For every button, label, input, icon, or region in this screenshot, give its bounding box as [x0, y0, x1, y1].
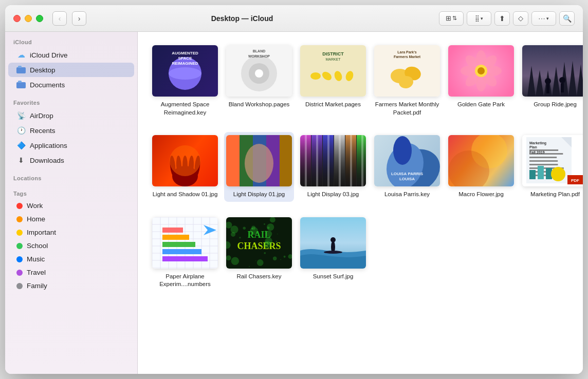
file-item-bland[interactable]: Bland Workshop.pages: [224, 42, 294, 120]
file-thumb-lightdisplay1: [226, 135, 292, 186]
file-thumb-bland: [226, 45, 292, 97]
file-item-goldengate[interactable]: Golden Gate Park: [446, 42, 516, 120]
file-name-farmers: Farmers Market Monthly Packet.pdf: [374, 101, 440, 117]
music-label: Music: [27, 255, 45, 263]
file-thumb-marketing: [522, 135, 583, 186]
airdrop-label: AirDrop: [30, 112, 53, 120]
gallery-view-button[interactable]: ⣿ ▾: [467, 11, 491, 26]
file-thumb-sunsetsurf: [300, 217, 366, 269]
file-name-goldengate: Golden Gate Park: [457, 101, 505, 109]
icloud-section-header: iCloud: [5, 32, 137, 47]
file-name-louisa: Louisa Parris.key: [384, 191, 430, 199]
work-label: Work: [27, 202, 43, 210]
svg-rect-1: [18, 66, 22, 68]
svg-rect-2: [16, 82, 26, 88]
sidebar-item-airdrop[interactable]: 📡 AirDrop: [8, 108, 134, 123]
file-item-groupride[interactable]: Group Ride.jpeg: [520, 42, 583, 120]
sidebar-tag-home[interactable]: Home: [8, 213, 134, 225]
file-thumb-lightdisplay3: [300, 135, 366, 186]
school-label: School: [27, 242, 48, 250]
file-name-district: District Market.pages: [305, 101, 361, 109]
icloud-drive-label: iCloud Drive: [30, 51, 68, 59]
sidebar-item-downloads[interactable]: ⬇ Downloads: [8, 153, 134, 167]
file-thumb-district: [300, 45, 366, 97]
titlebar: ‹ › Desktop — iCloud ⊞ ⇅ ⣿ ▾ ⬆ ◇ ··· ▾: [5, 5, 583, 32]
tag-icon: ◇: [518, 14, 523, 22]
share-button[interactable]: ⬆: [494, 11, 510, 26]
sidebar: iCloud ☁ iCloud Drive Desktop: [5, 32, 138, 374]
tag-button[interactable]: ◇: [513, 11, 528, 26]
gallery-dropdown-icon: ▾: [481, 16, 483, 21]
family-label: Family: [27, 282, 47, 290]
file-name-paperairplane: Paper Airplane Experim....numbers: [152, 273, 218, 289]
travel-dot: [16, 270, 23, 276]
share-icon: ⬆: [499, 14, 505, 23]
file-name-sunsetsurf: Sunset Surf.jpg: [313, 273, 354, 281]
minimize-button[interactable]: [25, 15, 32, 22]
file-item-lightdisplay1[interactable]: Light Display 01.jpg: [224, 132, 294, 202]
applications-icon: 🔷: [16, 141, 26, 150]
file-item-railchasers[interactable]: Rail Chasers.key: [224, 214, 294, 292]
view-toggle-button[interactable]: ⊞ ⇅: [439, 11, 464, 26]
locations-section-header: Locations: [5, 168, 137, 183]
home-label: Home: [27, 215, 45, 223]
file-item-farmers[interactable]: Farmers Market Monthly Packet.pdf: [372, 42, 442, 120]
file-item-lightshadow[interactable]: Light and Shadow 01.jpg: [150, 132, 220, 202]
file-item-lightdisplay3[interactable]: Light Display 03.jpg: [298, 132, 368, 202]
sidebar-tag-travel[interactable]: Travel: [8, 266, 134, 279]
search-icon: 🔍: [563, 14, 572, 23]
file-thumb-augmented: [152, 45, 218, 97]
sidebar-item-desktop[interactable]: Desktop: [8, 63, 134, 77]
close-button[interactable]: [13, 15, 21, 22]
icloud-drive-icon: ☁: [16, 50, 26, 60]
file-name-bland: Bland Workshop.pages: [229, 101, 290, 109]
school-dot: [16, 243, 23, 249]
file-item-district[interactable]: District Market.pages: [298, 42, 368, 120]
recents-label: Recents: [30, 127, 56, 135]
file-thumb-louisa: [374, 135, 440, 186]
sidebar-item-documents[interactable]: Documents: [8, 78, 134, 92]
file-name-lightdisplay1: Light Display 01.jpg: [233, 191, 285, 199]
search-button[interactable]: 🔍: [559, 11, 575, 26]
sidebar-item-applications[interactable]: 🔷 Applications: [8, 138, 134, 153]
important-label: Important: [27, 229, 56, 236]
file-grid: Augmented Space Reimagined.key Bland Wor…: [150, 42, 571, 292]
file-thumb-farmers: [374, 45, 440, 97]
maximize-button[interactable]: [36, 15, 43, 22]
file-thumb-macroflower: [448, 135, 514, 186]
family-dot: [16, 283, 23, 289]
sidebar-tag-school[interactable]: School: [8, 239, 134, 252]
file-name-lightdisplay3: Light Display 03.jpg: [307, 191, 359, 199]
more-dropdown-icon: ▾: [546, 16, 549, 21]
sidebar-tag-important[interactable]: Important: [8, 226, 134, 239]
file-item-marketing[interactable]: Marketing Plan.pdf: [520, 132, 583, 202]
sidebar-item-recents[interactable]: 🕐 Recents: [8, 123, 134, 138]
sidebar-tag-work[interactable]: Work: [8, 199, 134, 212]
airdrop-icon: 📡: [16, 111, 26, 120]
file-name-augmented: Augmented Space Reimagined.key: [152, 101, 218, 117]
file-item-augmented[interactable]: Augmented Space Reimagined.key: [150, 42, 220, 120]
tags-section-header: Tags: [5, 183, 137, 199]
file-item-louisa[interactable]: Louisa Parris.key: [372, 132, 442, 202]
work-dot: [16, 203, 23, 209]
documents-label: Documents: [30, 81, 65, 89]
downloads-icon: ⬇: [16, 156, 26, 165]
content-area: iCloud ☁ iCloud Drive Desktop: [5, 32, 583, 374]
sidebar-tag-music[interactable]: Music: [8, 253, 134, 266]
file-thumb-groupride: [522, 45, 583, 97]
home-dot: [16, 216, 23, 222]
file-item-sunsetsurf[interactable]: Sunset Surf.jpg: [298, 214, 368, 292]
file-item-paperairplane[interactable]: Paper Airplane Experim....numbers: [150, 214, 220, 292]
file-thumb-paperairplane: [152, 217, 218, 269]
recents-icon: 🕐: [16, 126, 26, 135]
sidebar-item-icloud-drive[interactable]: ☁ iCloud Drive: [8, 48, 134, 62]
traffic-lights: [13, 15, 43, 22]
sidebar-tag-family[interactable]: Family: [8, 279, 134, 292]
more-icon: ···: [539, 14, 546, 22]
more-button[interactable]: ··· ▾: [531, 11, 556, 26]
file-area: Augmented Space Reimagined.key Bland Wor…: [138, 32, 583, 374]
file-item-macroflower[interactable]: Macro Flower.jpg: [446, 132, 516, 202]
music-dot: [16, 256, 23, 262]
file-name-groupride: Group Ride.jpeg: [534, 101, 577, 109]
applications-label: Applications: [30, 142, 67, 149]
